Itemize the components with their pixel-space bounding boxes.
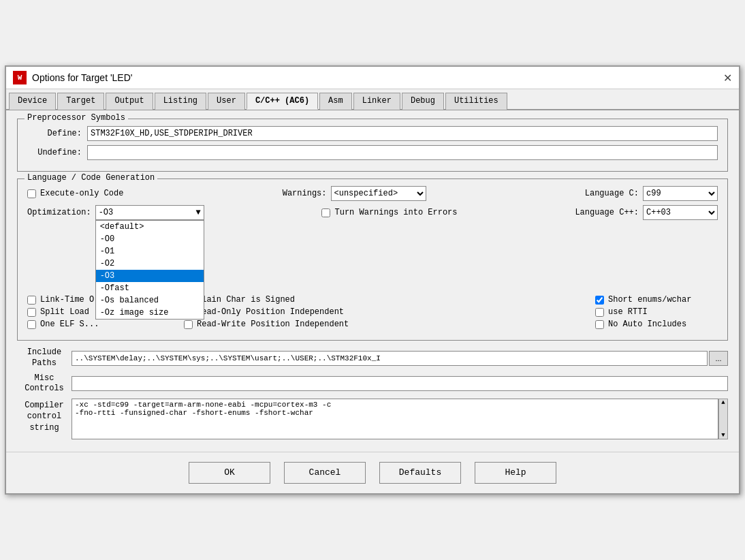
language-c-select[interactable]: c90 c99 c11 <box>643 186 718 201</box>
compiler-label: Compiler control string <box>17 399 72 434</box>
undefine-input[interactable] <box>87 145 718 160</box>
tab-linker[interactable]: Linker <box>353 93 400 110</box>
no-auto-includes-checkbox[interactable] <box>595 320 604 329</box>
read-write-pos-label: Read-Write Position Independent <box>197 320 349 329</box>
include-paths-label: Include Paths <box>17 347 72 369</box>
read-only-pos-label: Read-Only Position Independent <box>197 307 344 317</box>
scrollbar-up-icon[interactable]: ▲ <box>721 399 725 406</box>
tab-bar: Device Target Output Listing User C/C++ … <box>6 89 739 110</box>
content-area: Preprocessor Symbols Define: Undefine: L… <box>6 110 739 451</box>
optimization-dropdown-btn[interactable]: -O3 ▼ <box>95 205 204 220</box>
optimization-value: -O3 <box>99 208 114 217</box>
no-auto-includes-row: No Auto Includes <box>595 320 718 329</box>
no-auto-includes-label: No Auto Includes <box>608 320 686 329</box>
misc-controls-label: Misc Controls <box>17 373 72 394</box>
compiler-scrollbar[interactable]: ▲ ▼ <box>718 399 728 439</box>
preprocessor-group: Preprocessor Symbols Define: Undefine: <box>17 119 728 172</box>
opt-option-ofast[interactable]: -Ofast <box>96 282 204 294</box>
execute-only-label: Execute-only Code <box>40 189 123 198</box>
tab-listing[interactable]: Listing <box>155 93 206 110</box>
one-elf-label: One ELF S... <box>40 320 99 329</box>
opt-option-o2[interactable]: -O2 <box>96 258 204 270</box>
warnings-label: Warnings: <box>283 189 327 198</box>
opt-option-o0[interactable]: -O0 <box>96 233 204 245</box>
language-c-label: Language C: <box>585 189 639 198</box>
app-icon: W <box>13 71 27 84</box>
compiler-textarea[interactable]: -xc -std=c99 -target=arm-arm-none-eabi -… <box>72 399 718 439</box>
optimization-dropdown-container: -O3 ▼ <default> -O0 -O1 -O2 -O3 -Ofast -… <box>95 205 204 220</box>
include-paths-browse-button[interactable]: ... <box>709 351 728 366</box>
opt-option-o1[interactable]: -O1 <box>96 245 204 258</box>
opt-option-default[interactable]: <default> <box>96 221 204 233</box>
turn-warnings-checkbox[interactable] <box>321 208 330 217</box>
use-rtti-checkbox[interactable] <box>595 308 604 317</box>
opt-option-os-balanced[interactable]: -Os balanced <box>96 294 204 307</box>
optimization-arrow-icon: ▼ <box>195 208 200 217</box>
include-paths-row: Include Paths ... <box>17 347 728 369</box>
one-elf-checkbox[interactable] <box>27 320 36 329</box>
language-cpp-select[interactable]: C++03 C++11 C++14 C++17 <box>643 205 718 220</box>
link-time-label: Link-Time O <box>40 295 94 305</box>
misc-controls-row: Misc Controls <box>17 373 728 394</box>
tab-output[interactable]: Output <box>106 93 153 110</box>
turn-warnings-label: Turn Warnings into Errors <box>334 208 457 217</box>
execute-only-checkbox-row: Execute-only Code <box>27 189 123 198</box>
define-row: Define: <box>27 126 718 141</box>
tab-device[interactable]: Device <box>9 93 56 110</box>
use-rtti-label: use RTTI <box>608 307 648 317</box>
tab-utilities[interactable]: Utilities <box>445 93 507 110</box>
language-group: Language / Code Generation Execute-only … <box>17 178 728 341</box>
use-rtti-row: use RTTI <box>595 307 718 317</box>
opt-option-oz-image[interactable]: -Oz image size <box>96 307 204 319</box>
title-bar-left: W Options for Target 'LED' <box>13 71 133 84</box>
bottom-bar: OK Cancel Defaults Help <box>6 452 739 493</box>
tab-asm[interactable]: Asm <box>319 93 352 110</box>
plain-char-label: Plain Char is Signed <box>197 295 295 305</box>
optimization-label: Optimization: <box>27 208 91 217</box>
defaults-button[interactable]: Defaults <box>379 462 461 484</box>
tab-debug[interactable]: Debug <box>402 93 444 110</box>
turn-warnings-row: Turn Warnings into Errors <box>321 208 457 217</box>
define-label: Define: <box>27 129 82 138</box>
optimization-dropdown-list: <default> -O0 -O1 -O2 -O3 -Ofast -Os bal… <box>95 220 204 320</box>
link-time-checkbox[interactable] <box>27 296 36 305</box>
cancel-button[interactable]: Cancel <box>284 462 366 484</box>
include-paths-input[interactable] <box>72 351 708 366</box>
main-window: W Options for Target 'LED' ✕ Device Targ… <box>5 65 740 494</box>
define-input[interactable] <box>87 126 718 141</box>
language-cpp-label: Language C++: <box>575 208 639 217</box>
read-write-pos-checkbox[interactable] <box>184 320 193 329</box>
preprocessor-group-title: Preprocessor Symbols <box>25 113 128 123</box>
tab-cpp-ac6[interactable]: C/C++ (AC6) <box>247 93 318 110</box>
short-enums-label: Short enums/wchar <box>608 295 691 305</box>
undefine-row: Undefine: <box>27 145 718 160</box>
undefine-label: Undefine: <box>27 148 82 157</box>
warnings-select[interactable]: <unspecified> All Warnings No Warnings <box>331 186 426 201</box>
compiler-area: Compiler control string -xc -std=c99 -ta… <box>17 399 728 439</box>
ok-button[interactable]: OK <box>189 462 270 484</box>
short-enums-row: Short enums/wchar <box>595 295 718 305</box>
window-title: Options for Target 'LED' <box>32 72 133 83</box>
split-load-checkbox[interactable] <box>27 308 36 317</box>
language-cpp-group: Language C++: C++03 C++11 C++14 C++17 <box>575 205 718 220</box>
language-c-group: Language C: c90 c99 c11 <box>585 186 718 201</box>
misc-controls-input[interactable] <box>72 376 728 391</box>
read-only-pos-row: Read-Only Position Independent <box>184 307 582 317</box>
opt-option-o3[interactable]: -O3 <box>96 270 204 282</box>
execute-only-checkbox[interactable] <box>27 189 36 198</box>
read-write-pos-row: Read-Write Position Independent <box>184 320 582 329</box>
short-enums-checkbox[interactable] <box>595 296 604 305</box>
language-group-title: Language / Code Generation <box>25 173 157 183</box>
tab-user[interactable]: User <box>208 93 245 110</box>
one-elf-row: One ELF S... <box>27 320 170 329</box>
plain-char-row: Plain Char is Signed <box>184 295 582 305</box>
top-controls-row: Execute-only Code Warnings: <unspecified… <box>27 186 718 201</box>
tab-target[interactable]: Target <box>57 93 104 110</box>
scrollbar-down-icon[interactable]: ▼ <box>721 432 725 439</box>
title-bar: W Options for Target 'LED' ✕ <box>6 67 739 89</box>
help-button[interactable]: Help <box>475 462 556 484</box>
close-button[interactable]: ✕ <box>723 72 732 84</box>
warnings-group: Warnings: <unspecified> All Warnings No … <box>283 186 426 201</box>
